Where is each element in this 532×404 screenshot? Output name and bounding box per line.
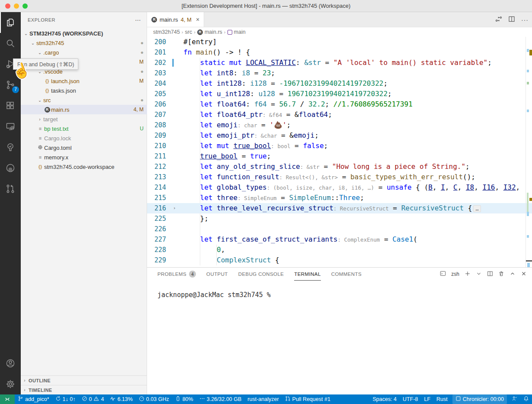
code-line-212[interactable]: 212 let any_old_string_slice: &str = "Ho… bbox=[147, 162, 532, 172]
gutter bbox=[169, 224, 183, 234]
status-item-feedback[interactable] bbox=[509, 394, 520, 404]
code-line-203[interactable]: 203 let int8: i8 = 23; bbox=[147, 68, 532, 78]
code-line-226[interactable]: 226 bbox=[147, 224, 532, 234]
status-item-memory[interactable]: 3.26/32.00 GB bbox=[196, 394, 245, 404]
git-status-badge: 4, M bbox=[134, 107, 144, 113]
code-line-208[interactable]: 208 let emoji: char = '💩'; bbox=[147, 120, 532, 130]
tree-item-target[interactable]: ›target bbox=[21, 114, 147, 124]
close-tab-icon[interactable]: × bbox=[196, 16, 199, 23]
breadcrumb-item-src[interactable]: src bbox=[185, 29, 192, 35]
code-line-201[interactable]: 201fn main() -> ! { bbox=[147, 47, 532, 58]
line-number: 228 bbox=[147, 245, 169, 255]
breadcrumb-item-stm32h745[interactable]: stm32h745 bbox=[153, 29, 180, 35]
split-editor-icon[interactable] bbox=[508, 16, 515, 24]
code-line-216[interactable]: 216› let three_level_recursive_struct: R… bbox=[147, 203, 532, 213]
tree-item-stm32h745-workspace-[interactable]: ⌄STM32H745 (WORKSPACE) bbox=[21, 29, 147, 38]
status-item-cpu-freq[interactable]: 0.03 GHz bbox=[136, 394, 172, 404]
battery-icon bbox=[175, 396, 181, 403]
activity-item-github[interactable] bbox=[0, 158, 21, 178]
status-item-language[interactable]: Rust bbox=[433, 394, 451, 404]
tree-item-bp-test.txt[interactable]: ≡bp test.txtU bbox=[21, 124, 147, 133]
tree-item-memory.x[interactable]: ≡memory.x bbox=[21, 152, 147, 162]
tree-item-tasks.json[interactable]: {}tasks.json bbox=[21, 86, 147, 95]
tree-item-stm32h745[interactable]: ⌄stm32h745● bbox=[21, 38, 147, 48]
status-item-pull-request[interactable]: Pull Request #1 bbox=[282, 394, 333, 404]
code-line-211[interactable]: 211 true_bool = true; bbox=[147, 151, 532, 162]
tree-item-stm32h745.code-workspace[interactable]: {}stm32h745.code-workspace bbox=[21, 162, 147, 171]
code-line-207[interactable]: 207 let float64_ptr: &f64 = &float64; bbox=[147, 110, 532, 120]
close-panel-icon[interactable] bbox=[521, 271, 527, 278]
code-line-202[interactable]: 202 static mut LOCAL_STATIC: &str = "A '… bbox=[147, 58, 532, 68]
open-changes-icon[interactable] bbox=[495, 16, 502, 24]
kill-terminal-icon[interactable] bbox=[498, 271, 504, 278]
status-item-encoding[interactable]: UTF-8 bbox=[400, 394, 421, 404]
line-number: 225 bbox=[147, 213, 169, 224]
tree-item-launch.json[interactable]: {}launch.jsonM bbox=[21, 76, 147, 86]
code-line-210[interactable]: 210 let mut true_bool: bool = false; bbox=[147, 141, 532, 151]
panel-tab-debug-console[interactable]: DEBUG CONSOLE bbox=[238, 268, 284, 281]
activity-item-pull-requests[interactable] bbox=[0, 178, 21, 199]
maximize-panel-icon[interactable] bbox=[510, 271, 516, 278]
code-editor[interactable]: 200#[entry]201fn main() -> ! {202 static… bbox=[147, 37, 532, 267]
code-line-214[interactable]: 214 let global_types: (bool, isize, char… bbox=[147, 182, 532, 193]
code-line-206[interactable]: 206 let float64: f64 = 56.7 / 32.2; //1.… bbox=[147, 99, 532, 110]
code-line-227[interactable]: 227 let first_case_of_struct_variants: C… bbox=[147, 234, 532, 245]
panel-tab-problems[interactable]: PROBLEMS4 bbox=[157, 268, 196, 281]
panel-tab-comments[interactable]: COMMENTS bbox=[331, 268, 362, 281]
code-line-213[interactable]: 213 let function_result: Result<(), &str… bbox=[147, 172, 532, 182]
code-line-225[interactable]: 225 }; bbox=[147, 213, 532, 224]
activity-item-search[interactable] bbox=[0, 33, 21, 54]
status-item-eol[interactable]: LF bbox=[421, 394, 434, 404]
minimize-window-button[interactable] bbox=[14, 3, 19, 9]
activity-item-remote-explorer[interactable] bbox=[0, 116, 21, 137]
terminal-output[interactable]: jacknoppe@JackMac stm32h745 % bbox=[147, 281, 532, 299]
code-line-215[interactable]: 215 let three: SimpleEnum = SimpleEnum::… bbox=[147, 193, 532, 203]
code-line-209[interactable]: 209 let emoji_ptr: &char = &emoji; bbox=[147, 130, 532, 141]
status-item-branch[interactable]: add_pico* bbox=[15, 394, 52, 404]
breadcrumb-item-main-rs[interactable]: Rmain.rs bbox=[197, 29, 222, 35]
tab-main-rs[interactable]: R main.rs 4, M × bbox=[147, 12, 204, 27]
panel-tab-terminal[interactable]: TERMINAL bbox=[294, 268, 320, 281]
code-text: let u_int128: u128 = 1967102319940214197… bbox=[183, 89, 532, 99]
activity-item-extensions[interactable] bbox=[0, 95, 21, 116]
code-line-200[interactable]: 200#[entry] bbox=[147, 37, 532, 47]
close-window-button[interactable] bbox=[5, 3, 10, 9]
fold-chevron-icon[interactable]: › bbox=[173, 203, 176, 213]
breadcrumb-item-main[interactable]: main bbox=[228, 29, 246, 35]
new-terminal-icon[interactable] bbox=[465, 271, 471, 278]
sidebar-section-outline[interactable]: ›OUTLINE bbox=[21, 375, 147, 385]
status-item-notifications[interactable] bbox=[520, 394, 532, 404]
tree-item-src[interactable]: ⌄src● bbox=[21, 95, 147, 105]
activity-item-explorer[interactable] bbox=[0, 12, 21, 33]
code-line-229[interactable]: 229 ComplexStruct { bbox=[147, 255, 532, 265]
status-item-chronicler[interactable]: Chronicler: 00:00 bbox=[452, 394, 507, 404]
status-item-sync[interactable]: 1↓ 0↑ bbox=[52, 394, 79, 404]
split-terminal-icon[interactable] bbox=[487, 271, 493, 278]
code-line-205[interactable]: 205 let u_int128: u128 = 196710231994021… bbox=[147, 89, 532, 99]
terminal-shell-icon[interactable] bbox=[440, 271, 446, 278]
status-item-battery[interactable]: 80% bbox=[172, 394, 196, 404]
panel-tab-output[interactable]: OUTPUT bbox=[206, 268, 228, 281]
code-line-228[interactable]: 228 0, bbox=[147, 245, 532, 255]
tree-item-main.rs[interactable]: Rmain.rs4, M bbox=[21, 105, 147, 114]
remote-indicator[interactable] bbox=[0, 394, 15, 404]
tree-item-.cargo[interactable]: ⌄.cargo● bbox=[21, 48, 147, 57]
more-actions-icon[interactable]: ··· bbox=[521, 16, 529, 23]
status-item-rust-analyzer[interactable]: rust-analyzer bbox=[244, 394, 282, 404]
terminal-dropdown-icon[interactable] bbox=[476, 271, 482, 278]
tree-item-cargo.toml[interactable]: Cargo.toml bbox=[21, 143, 147, 152]
status-item-indentation[interactable]: Spaces: 4 bbox=[369, 394, 400, 404]
sidebar-section-timeline[interactable]: ›TIMELINE bbox=[21, 385, 147, 394]
code-line-204[interactable]: 204 let int128: i128 = -1967102319940214… bbox=[147, 78, 532, 89]
tree-item-cargo.lock[interactable]: ≡Cargo.lock bbox=[21, 133, 147, 143]
activity-item-settings[interactable] bbox=[0, 374, 21, 394]
zoom-window-button[interactable] bbox=[22, 3, 28, 9]
status-item-cpu-usage[interactable]: 6.13% bbox=[107, 394, 135, 404]
gutter bbox=[169, 162, 183, 172]
status-item-problems[interactable]: 04 bbox=[79, 394, 107, 404]
activity-item-accounts[interactable] bbox=[0, 353, 21, 374]
activity-item-testing[interactable] bbox=[0, 137, 21, 158]
terminal-shell-label[interactable]: zsh bbox=[451, 271, 459, 277]
code-text: let int8: i8 = 23; bbox=[183, 68, 532, 78]
views-and-more-actions-button[interactable]: ⋯ bbox=[135, 16, 141, 23]
